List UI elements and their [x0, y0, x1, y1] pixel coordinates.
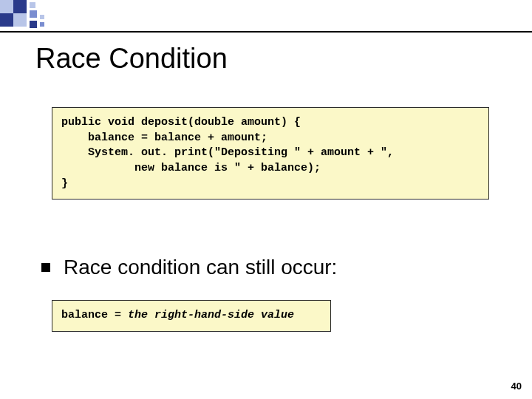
corner-decoration [0, 0, 89, 31]
bullet-text: Race condition can still occur: [64, 256, 337, 279]
code-small-italic: the right-hand-side value [128, 309, 294, 321]
page-number: 40 [511, 381, 522, 392]
horizontal-rule [0, 31, 532, 33]
code-text-small: balance = the right-hand-side value [61, 308, 321, 324]
code-text-main: public void deposit(double amount) { bal… [61, 115, 480, 191]
code-block-small: balance = the right-hand-side value [52, 300, 331, 332]
code-block-main: public void deposit(double amount) { bal… [52, 107, 489, 200]
bullet-row: Race condition can still occur: [41, 256, 337, 279]
code-small-prefix: balance = [61, 309, 128, 321]
square-bullet-icon [41, 263, 50, 272]
slide-title: Race Condition [35, 43, 228, 75]
